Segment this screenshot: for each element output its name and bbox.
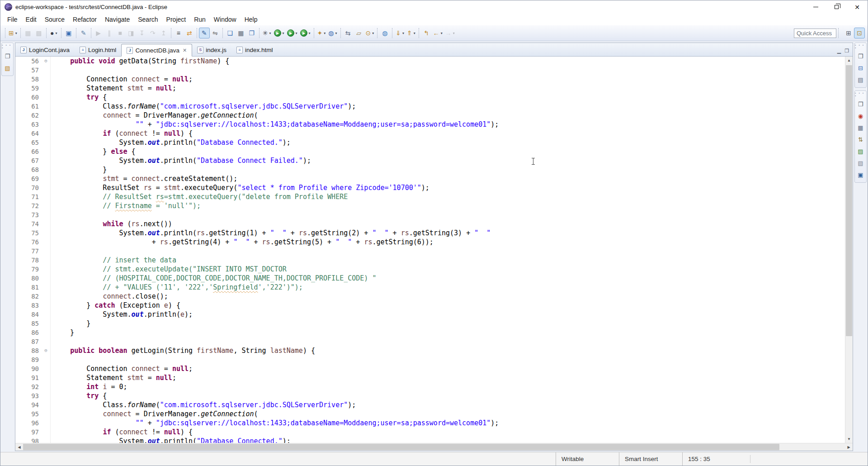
menu-project[interactable]: Project [162,14,190,24]
restore-pane-icon[interactable]: ❐ [3,52,12,61]
open-new-window-button[interactable]: ❐ [246,28,257,38]
toolbar-separator [340,28,341,38]
drag-handle[interactable]: ▪ ▪ ▪ ▪ [855,92,866,97]
outline-view-icon[interactable]: ⊟ [856,63,865,73]
code-text: System.out.println("Database Connected."… [51,437,291,443]
drag-handle[interactable]: ▪ ▪ ▪ ▪ [855,44,866,49]
tab-index.js[interactable]: Sindex.js [192,43,231,56]
menu-refactor[interactable]: Refactor [69,14,101,24]
close-tab-icon[interactable]: ✕ [183,48,187,53]
next-edit-position-button[interactable]: ⇄ [184,28,195,38]
tab-index.html[interactable]: ≡index.html [231,43,278,56]
code-text: System.out.println("Database Connected."… [51,138,291,147]
code-line-83: 83 } catch (Exception e) { [15,301,845,310]
skip-all-breakpoints-button[interactable]: ✎ [78,28,89,38]
profile-button[interactable]: ▶▾ [299,28,312,38]
new-wizard-button[interactable]: ⊞▾ [7,28,19,38]
restore-pane-icon[interactable]: ❐ [856,100,865,109]
vertical-scroll-track[interactable] [845,64,853,435]
vertical-scroll-thumb[interactable] [846,65,852,336]
tab-connectdb.java[interactable]: JConnectDB.java✕ [121,44,192,57]
search-button[interactable]: ⊙▾ [364,28,376,38]
file-type-icon: S [197,47,203,53]
back-button[interactable]: ←▾ [432,28,444,38]
tab-logincont.java[interactable]: JLoginCont.java [15,43,75,56]
new-java-project-button[interactable]: ❏ [225,28,236,38]
open-element-button[interactable]: ▱ [354,28,364,38]
horizontal-scroll-track[interactable] [23,443,845,451]
horizontal-scroll-thumb[interactable] [23,444,779,450]
search-view-icon[interactable]: ◉ [856,111,865,121]
close-button[interactable]: ✕ [847,0,868,14]
menu-help[interactable]: Help [241,14,262,24]
code-text: System.out.println(rs.getString(1) + " "… [51,228,491,238]
code-line-80: 80 // (HOSPITAL_CODE,DOCTOR_CODE,DOCTOR_… [15,274,845,283]
tab-label: index.html [245,47,273,53]
snippets-view-icon[interactable]: ▧ [856,158,865,168]
step-over-icon: ↷ [150,30,156,36]
properties-view-icon[interactable]: ▦ [856,123,865,133]
show-source-of-selected-element-button[interactable]: ≡ [173,28,184,38]
launch-run-configuration-button[interactable]: ●▾ [48,28,59,38]
external-tools-button[interactable]: ◍▾ [327,28,338,38]
palette-view-icon[interactable]: ▨ [856,147,865,156]
tab-login.html[interactable]: ≡Login.html [75,43,121,56]
minimize-editor-icon[interactable]: ▁ [837,48,841,53]
debug-button[interactable]: ✳▾ [261,28,273,38]
file-type-icon: J [20,47,27,53]
line-number: 58 [15,75,42,84]
step-into-icon: ↧ [139,30,145,36]
package-explorer-view-icon[interactable]: ▧ [3,63,12,73]
line-number: 59 [15,84,42,93]
menu-file[interactable]: File [3,14,22,24]
synchronize-view-icon[interactable]: ⇅ [856,135,865,144]
scroll-right-icon[interactable]: ▶ [845,443,853,451]
code-text: System.out.println("Database Connect Fai… [51,156,311,165]
horizontal-scrollbar[interactable]: ◀ ▶ [15,443,853,451]
open-task-button[interactable]: ▣ [63,28,74,38]
menu-window[interactable]: Window [210,14,241,24]
fold-gutter [42,247,51,256]
run-button[interactable]: ▶▾ [273,28,286,38]
fold-toggle-icon[interactable]: ⊖ [42,346,51,355]
restore-button[interactable] [826,0,847,14]
vertical-scrollbar[interactable]: ▲ ▼ [845,57,853,443]
code-text: connect.close(); [51,292,168,301]
right-minimized-views: ▪ ▪ ▪ ▪❐◉▦⇅▨▧▣ [854,90,867,183]
task-list-view-icon[interactable]: ▤ [856,75,865,85]
minimize-button[interactable] [805,0,826,14]
code-text: } [51,165,107,174]
last-edit-location-button[interactable]: ↰ [421,28,432,38]
previous-annotation-button[interactable]: ⇑▾ [406,28,417,38]
menu-navigate[interactable]: Navigate [101,14,134,24]
fold-toggle-icon[interactable]: ⊖ [42,57,51,66]
coverage-button[interactable]: ▶▾ [286,28,299,38]
team-synchronize-button[interactable]: ⇆ [343,28,354,38]
show-properties-button[interactable]: ▦ [236,28,246,38]
line-number: 66 [15,147,42,156]
quick-access-input[interactable]: Quick Access [794,29,836,38]
scroll-down-icon[interactable]: ▼ [845,435,853,443]
next-annotation-button[interactable]: ⇓▾ [394,28,406,38]
console-view-icon[interactable]: ▣ [856,170,865,180]
scroll-up-icon[interactable]: ▲ [845,57,853,64]
open-web-browser-button[interactable]: ◍ [379,28,390,38]
drag-handle[interactable]: ▪ ▪ ▪ ▪ [2,44,13,49]
link-with-editor-button[interactable]: ⇋ [210,28,221,38]
toggle-mark-occurrences-button[interactable]: ✎ [199,28,210,38]
new-java-class-button[interactable]: ✦▾ [316,28,327,38]
open-perspective-button[interactable]: ⊞ [843,28,854,38]
code-editor[interactable]: 56⊖ public void getData(String firstName… [15,57,845,443]
scroll-left-icon[interactable]: ◀ [15,443,23,451]
code-line-63: 63 "" + "jdbc:sqlserver://localhost:1433… [15,120,845,129]
maximize-editor-icon[interactable]: ❐ [844,48,849,53]
menu-search[interactable]: Search [134,14,162,24]
code-line-95: 95 connect = DriverManager.getConnection… [15,409,845,418]
restore-pane-icon[interactable]: ❐ [856,52,865,61]
menu-edit[interactable]: Edit [22,14,41,24]
external-tools-icon: ◍ [328,30,334,36]
java-perspective-button[interactable]: ⊡ [854,28,865,38]
menu-run[interactable]: Run [190,14,210,24]
open-perspective-icon: ⊞ [846,30,851,36]
menu-source[interactable]: Source [41,14,69,24]
